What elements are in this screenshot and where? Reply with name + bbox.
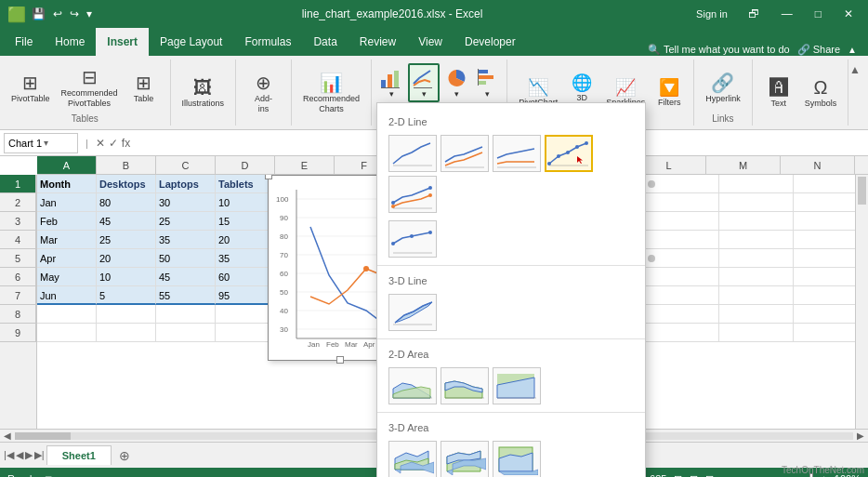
save-button[interactable]: 💾 — [30, 7, 47, 20]
cell-b4[interactable]: 25 — [97, 231, 156, 249]
redo-button[interactable]: ↪ — [68, 7, 81, 20]
line-chart-button[interactable]: ▾ — [408, 63, 440, 102]
line-chart-thumb-6[interactable] — [388, 220, 437, 258]
scroll-left-button[interactable]: ◀ — [4, 431, 11, 441]
cell-b7[interactable]: 5 — [97, 286, 156, 305]
cell-d5[interactable]: 35 — [216, 249, 275, 268]
enter-formula-button[interactable]: ✓ — [109, 137, 118, 150]
cell-l7[interactable] — [645, 286, 719, 305]
tab-view[interactable]: View — [407, 28, 454, 56]
name-box-dropdown[interactable]: ▾ — [44, 138, 48, 148]
3d-area-chart-thumb-1[interactable] — [388, 441, 437, 477]
cell-m1[interactable] — [719, 175, 794, 193]
layout-page-button[interactable]: ⊟ — [690, 473, 698, 478]
column-chart-button[interactable]: ▾ — [377, 65, 405, 100]
name-box[interactable]: Chart 1 ▾ — [4, 133, 78, 153]
sheet-scroll-next[interactable]: ▶ — [25, 449, 33, 461]
3d-line-chart-thumb[interactable] — [388, 294, 437, 331]
recommended-pivot-tables-button[interactable]: ⊟ RecommendedPivotTables — [58, 64, 122, 111]
zoom-out-button[interactable]: — — [721, 473, 731, 477]
insert-function-button[interactable]: fx — [122, 137, 130, 150]
cell-a3[interactable]: Feb — [37, 212, 97, 231]
cell-d8[interactable] — [216, 305, 275, 324]
cell-m5[interactable] — [719, 249, 794, 268]
tab-formulas[interactable]: Formulas — [233, 28, 302, 56]
cell-c3[interactable]: 25 — [156, 212, 216, 231]
cell-b9[interactable] — [97, 324, 156, 342]
chart-resize-b[interactable] — [336, 356, 344, 364]
minimize-button[interactable]: — — [774, 6, 800, 22]
cell-c2[interactable]: 30 — [156, 193, 216, 212]
cell-c8[interactable] — [156, 305, 216, 324]
cell-m8[interactable] — [719, 305, 794, 324]
3d-area-chart-thumb-3[interactable] — [493, 441, 541, 477]
line-chart-thumb-1[interactable] — [388, 135, 437, 172]
close-button[interactable]: ✕ — [836, 6, 861, 22]
cell-a9[interactable] — [37, 324, 97, 342]
cell-d3[interactable]: 15 — [216, 212, 275, 231]
filters-button[interactable]: 🔽 Filters — [652, 75, 686, 110]
line-chart-thumb-4-markers[interactable] — [545, 135, 593, 172]
cell-d6[interactable]: 60 — [216, 268, 275, 286]
scroll-right-button[interactable]: ▶ — [857, 431, 864, 441]
symbols-button[interactable]: Ω Symbols — [801, 75, 841, 111]
help-search[interactable]: 🔍 Tell me what you want to do — [648, 44, 790, 56]
cell-a7[interactable]: Jun — [37, 286, 97, 305]
layout-preview-button[interactable]: ⊠ — [705, 473, 714, 478]
line-chart-thumb-2[interactable] — [441, 135, 489, 172]
pivot-table-button[interactable]: ⊞ PivotTable — [7, 70, 54, 106]
cell-d7[interactable]: 95 — [216, 286, 275, 305]
cell-m6[interactable] — [719, 268, 794, 286]
cell-b1[interactable]: Desktops — [97, 175, 156, 193]
restore-button[interactable]: 🗗 — [741, 6, 767, 22]
zoom-handle[interactable] — [809, 473, 813, 477]
vertical-scrollbar[interactable] — [855, 175, 868, 429]
cell-l2[interactable] — [645, 193, 719, 212]
hyperlink-button[interactable]: 🔗 Hyperlink — [702, 70, 744, 106]
cell-b3[interactable]: 45 — [97, 212, 156, 231]
sheet-tab-sheet1[interactable]: Sheet1 — [46, 445, 112, 465]
scroll-thumb[interactable] — [858, 177, 866, 205]
cell-b2[interactable]: 80 — [97, 193, 156, 212]
cell-l9[interactable] — [645, 324, 719, 342]
share-button[interactable]: 🔗 Share — [797, 44, 840, 56]
cell-c4[interactable]: 35 — [156, 231, 216, 249]
cell-l8[interactable] — [645, 305, 719, 324]
cell-d4[interactable]: 20 — [216, 231, 275, 249]
addins-button[interactable]: ⊕ Add-ins — [245, 70, 283, 116]
area-chart-thumb-3[interactable] — [493, 367, 541, 404]
cell-c9[interactable] — [156, 324, 216, 342]
ribbon-collapse[interactable]: ▲ — [848, 45, 857, 55]
cell-l6[interactable] — [645, 268, 719, 286]
cell-m9[interactable] — [719, 324, 794, 342]
tab-developer[interactable]: Developer — [454, 28, 527, 56]
tab-data[interactable]: Data — [302, 28, 348, 56]
sheet-scroll-arrows[interactable]: |◀ ◀ ▶ ▶| — [4, 449, 45, 461]
tab-insert[interactable]: Insert — [96, 28, 149, 56]
3d-area-chart-thumb-2[interactable] — [441, 441, 489, 477]
layout-normal-button[interactable]: ⊞ — [674, 473, 682, 478]
sheet-scroll-first[interactable]: |◀ — [4, 449, 14, 461]
tab-file[interactable]: File — [4, 28, 44, 56]
cell-d9[interactable] — [216, 324, 275, 342]
cell-a4[interactable]: Mar — [37, 231, 97, 249]
sheet-scroll-last[interactable]: ▶| — [34, 449, 45, 461]
cell-a6[interactable]: May — [37, 268, 97, 286]
cell-l4[interactable] — [645, 231, 719, 249]
cell-c5[interactable]: 50 — [156, 249, 216, 268]
maximize-button[interactable]: □ — [808, 6, 829, 22]
tab-review[interactable]: Review — [349, 28, 407, 56]
cell-l3[interactable] — [645, 212, 719, 231]
cell-c6[interactable]: 45 — [156, 268, 216, 286]
chart-resize-tl[interactable] — [265, 175, 272, 179]
cell-l5[interactable] — [645, 249, 719, 268]
bar-chart-button[interactable]: ▾ — [473, 65, 501, 100]
area-chart-thumb-2[interactable] — [441, 367, 489, 404]
cell-a5[interactable]: Apr — [37, 249, 97, 268]
cancel-formula-button[interactable]: ✕ — [96, 137, 105, 150]
cell-m4[interactable] — [719, 231, 794, 249]
cell-c7[interactable]: 55 — [156, 286, 216, 305]
text-button[interactable]: 🅰 Text — [760, 75, 797, 111]
cell-m3[interactable] — [719, 212, 794, 231]
sheet-scroll-prev[interactable]: ◀ — [16, 449, 23, 461]
